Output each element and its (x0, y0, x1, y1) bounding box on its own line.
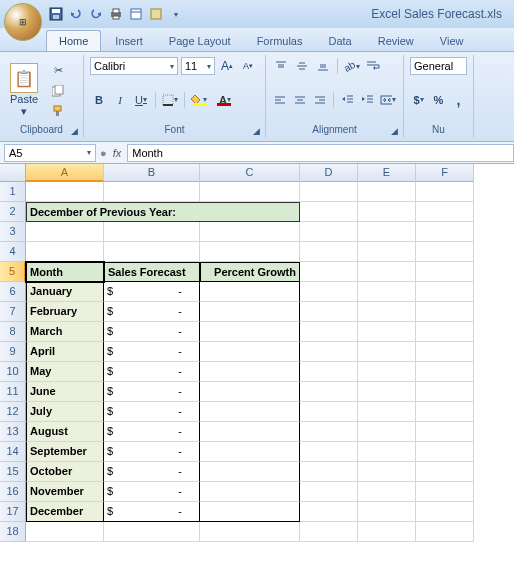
cell[interactable] (200, 442, 300, 462)
cell[interactable]: December of Previous Year: (26, 202, 300, 222)
cell[interactable] (358, 502, 416, 522)
row-header[interactable]: 9 (0, 342, 26, 362)
font-size-select[interactable]: 11▾ (181, 57, 215, 75)
cell[interactable] (416, 482, 474, 502)
office-button[interactable]: ⊞ (4, 3, 42, 41)
decrease-indent-icon[interactable] (339, 91, 356, 109)
cell[interactable]: Percent Growth (200, 262, 300, 282)
cell[interactable] (416, 182, 474, 202)
merge-center-icon[interactable]: ▾ (379, 91, 397, 109)
grow-font-icon[interactable]: A▴ (218, 57, 236, 75)
cell[interactable] (358, 242, 416, 262)
orientation-icon[interactable]: ab▾ (343, 57, 361, 75)
copy-icon[interactable] (49, 82, 67, 100)
cut-icon[interactable]: ✂ (49, 62, 67, 80)
cell[interactable] (300, 422, 358, 442)
cell[interactable] (200, 402, 300, 422)
cell[interactable]: $- (104, 422, 200, 442)
align-left-icon[interactable] (272, 91, 289, 109)
cell[interactable]: August (26, 422, 104, 442)
cell[interactable] (416, 262, 474, 282)
alignment-launcher-icon[interactable]: ◢ (391, 126, 401, 136)
cell[interactable] (300, 482, 358, 502)
cell[interactable] (300, 282, 358, 302)
cell[interactable] (200, 302, 300, 322)
row-header[interactable]: 15 (0, 462, 26, 482)
cell[interactable] (416, 282, 474, 302)
cell[interactable] (300, 342, 358, 362)
col-header-d[interactable]: D (300, 164, 358, 182)
cell[interactable] (300, 522, 358, 542)
align-middle-icon[interactable] (293, 57, 311, 75)
percent-format-icon[interactable]: % (430, 91, 447, 109)
italic-button[interactable]: I (111, 91, 129, 109)
save-icon[interactable] (48, 6, 64, 22)
namebox-handle[interactable]: ● (100, 147, 107, 159)
cell[interactable]: December (26, 502, 104, 522)
cell[interactable] (358, 262, 416, 282)
font-launcher-icon[interactable]: ◢ (253, 126, 263, 136)
cell[interactable] (300, 462, 358, 482)
cell[interactable] (200, 222, 300, 242)
cell[interactable] (200, 422, 300, 442)
cell[interactable]: July (26, 402, 104, 422)
cell[interactable] (358, 522, 416, 542)
cell[interactable] (358, 282, 416, 302)
cell[interactable] (358, 462, 416, 482)
cell[interactable]: $- (104, 322, 200, 342)
cell[interactable]: Sales Forecast (104, 262, 200, 282)
cell[interactable]: $- (104, 402, 200, 422)
cell[interactable] (300, 402, 358, 422)
cell[interactable] (358, 182, 416, 202)
cell[interactable] (358, 202, 416, 222)
formula-bar[interactable]: Month (127, 144, 514, 162)
row-header[interactable]: 1 (0, 182, 26, 202)
border-icon[interactable]: ▾ (161, 91, 179, 109)
cell[interactable] (358, 342, 416, 362)
cell[interactable] (416, 502, 474, 522)
cell[interactable] (200, 282, 300, 302)
cell[interactable] (416, 342, 474, 362)
clipboard-launcher-icon[interactable]: ◢ (71, 126, 81, 136)
tab-insert[interactable]: Insert (103, 31, 155, 51)
row-header[interactable]: 6 (0, 282, 26, 302)
cell[interactable]: November (26, 482, 104, 502)
cell[interactable]: February (26, 302, 104, 322)
cell[interactable] (416, 442, 474, 462)
cell[interactable]: $- (104, 362, 200, 382)
format-painter-icon[interactable] (49, 102, 67, 120)
row-header[interactable]: 11 (0, 382, 26, 402)
underline-button[interactable]: U▾ (132, 91, 150, 109)
cell[interactable] (416, 462, 474, 482)
cell[interactable] (200, 522, 300, 542)
cell[interactable]: $- (104, 342, 200, 362)
cell[interactable] (300, 222, 358, 242)
cell[interactable] (358, 382, 416, 402)
cell[interactable]: $- (104, 282, 200, 302)
cell[interactable] (300, 182, 358, 202)
col-header-e[interactable]: E (358, 164, 416, 182)
row-header[interactable]: 14 (0, 442, 26, 462)
accounting-format-icon[interactable]: $▾ (410, 91, 427, 109)
tab-formulas[interactable]: Formulas (245, 31, 315, 51)
cell[interactable] (104, 522, 200, 542)
cell[interactable] (300, 242, 358, 262)
cell[interactable] (26, 242, 104, 262)
qat-icon-1[interactable] (128, 6, 144, 22)
undo-icon[interactable] (68, 6, 84, 22)
cell[interactable]: $- (104, 382, 200, 402)
col-header-a[interactable]: A (26, 164, 104, 182)
cell[interactable] (358, 422, 416, 442)
tab-home[interactable]: Home (46, 30, 101, 51)
increase-indent-icon[interactable] (359, 91, 376, 109)
cell[interactable] (300, 382, 358, 402)
tab-data[interactable]: Data (316, 31, 363, 51)
cell[interactable]: Month (26, 262, 104, 282)
cell[interactable] (358, 302, 416, 322)
tab-view[interactable]: View (428, 31, 476, 51)
cell[interactable] (26, 222, 104, 242)
cell[interactable] (104, 182, 200, 202)
align-bottom-icon[interactable] (314, 57, 332, 75)
row-header[interactable]: 3 (0, 222, 26, 242)
number-format-select[interactable]: General (410, 57, 467, 75)
